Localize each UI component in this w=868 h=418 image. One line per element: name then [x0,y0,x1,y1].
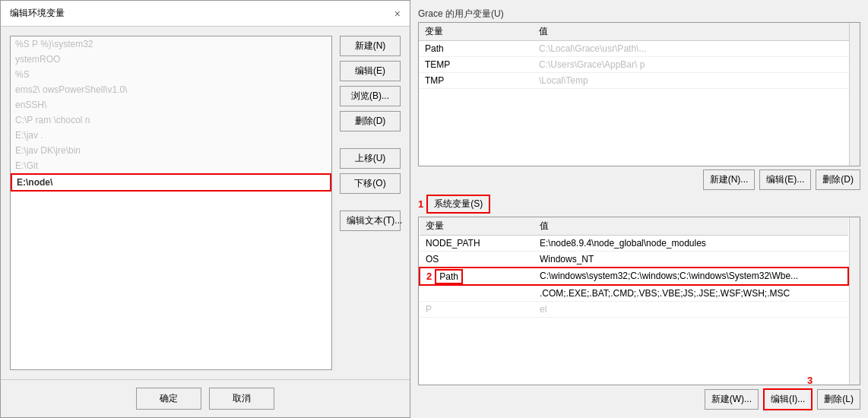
table-row[interactable]: TEMPC:\Users\Grace\AppBar\ p [419,57,849,73]
table-row[interactable]: P el [420,302,848,318]
var-name-cell: OS [420,252,534,268]
var-value-cell: C:\windows\system32;C:\windows;C:\window… [534,268,848,285]
edit-button[interactable]: 编辑(E) [340,61,401,81]
list-item[interactable]: E:\Git [11,158,331,173]
user-vars-buttons: 新建(N)... 编辑(E)... 删除(D) [418,169,860,190]
var-name-cell: TEMP [419,57,533,73]
sys-edit-button[interactable]: 编辑(I)... [763,388,813,410]
var-value-cell: el [534,302,848,318]
badge-2: 2 [426,271,432,282]
table-row[interactable]: .COM;.EXE;.BAT;.CMD;.VBS;.VBE;JS;.JSE;.W… [420,285,848,302]
list-item[interactable]: E:\node\4 [11,173,331,192]
user-val-col-header: 值 [533,23,849,41]
list-item[interactable]: enSSH\ [11,97,331,112]
sys-vars-table: 变量 值 NODE_PATHE:\node8.9.4\node_global\n… [419,217,849,318]
user-vars-section: Grace 的用户变量(U) 变量 值 PathC:\Local\Grace\u… [418,8,860,190]
var-name-cell [420,285,534,302]
var-value-cell: Windows_NT [534,252,848,268]
sys-vars-buttons: 新建(W)... 3 编辑(I)... 删除(L) [418,388,860,410]
list-item[interactable]: E:\jav . [11,128,331,143]
user-vars-table-container[interactable]: 变量 值 PathC:\Local\Grace\usr\Path\...TEMP… [418,22,860,166]
var-name-cell: P [420,302,534,318]
dialog-bottom-buttons: 确定 取消 [1,379,410,417]
table-row[interactable]: 2PathC:\windows\system32;C:\windows;C:\w… [420,268,848,285]
dialog-title: 编辑环境变量 [10,7,65,20]
user-var-col-header: 变量 [419,23,533,41]
move-up-button[interactable]: 上移(U) [340,148,401,169]
var-value-cell: \Local\Temp [533,73,849,89]
list-item[interactable]: C:\P ram \chocol n [11,112,331,128]
var-value-cell: C:\Local\Grace\usr\Path\... [533,41,849,57]
sys-new-button[interactable]: 新建(W)... [705,389,759,410]
list-item[interactable]: ystemROO [11,52,331,67]
badge-3: 3 [807,375,813,386]
list-item[interactable]: ems2\ owsPowerShell\v1.0\ [11,82,331,97]
user-vars-title: Grace 的用户变量(U) [418,8,860,21]
table-row[interactable]: NODE_PATHE:\node8.9.4\node_global\node_m… [420,236,848,252]
var-name-cell: NODE_PATH [420,236,534,252]
system-vars-title: 系统变量(S) [426,195,490,214]
close-icon[interactable]: × [394,8,401,20]
move-down-button[interactable]: 下移(O) [340,173,401,194]
sys-var-col-header: 变量 [420,217,534,236]
sys-vars-table-container[interactable]: 变量 值 NODE_PATHE:\node8.9.4\node_global\n… [418,217,860,385]
new-button[interactable]: 新建(N) [340,36,401,56]
sys-val-col-header: 值 [534,217,848,236]
edit-text-button[interactable]: 编辑文本(T)... [340,211,401,231]
var-name-cell: TMP [419,73,533,89]
edit-env-var-dialog: 编辑环境变量 × %S P %)\system32 ystemROO %S em… [0,0,410,418]
var-value-cell: E:\node8.9.4\node_global\node_modules [534,236,848,252]
environment-variables-panel: Grace 的用户变量(U) 变量 值 PathC:\Local\Grace\u… [410,0,868,418]
var-name-cell: 2Path [420,268,534,285]
system-vars-title-row: 1 系统变量(S) [418,195,860,214]
table-row[interactable]: PathC:\Local\Grace\usr\Path\... [419,41,849,57]
dialog-titlebar: 编辑环境变量 × [1,1,410,27]
list-item[interactable]: %S P %)\system32 [11,36,331,52]
cancel-button[interactable]: 取消 [209,388,274,410]
action-buttons: 新建(N) 编辑(E) 浏览(B)... 删除(D) 上移(U) 下移(O) 编… [340,36,401,370]
var-name-cell: Path [419,41,533,57]
user-vars-table: 变量 值 PathC:\Local\Grace\usr\Path\...TEMP… [419,23,849,89]
browse-button[interactable]: 浏览(B)... [340,86,401,106]
table-row[interactable]: TMP \Local\Temp [419,73,849,89]
system-vars-section: 1 系统变量(S) 变量 值 NODE_PATHE:\n [418,195,860,410]
var-value-cell: .COM;.EXE;.BAT;.CMD;.VBS;.VBE;JS;.JSE;.W… [534,285,848,302]
list-item[interactable]: %S [11,67,331,82]
path-entries-list[interactable]: %S P %)\system32 ystemROO %S ems2\ owsPo… [10,36,332,370]
badge-1: 1 [418,198,423,210]
delete-button[interactable]: 删除(D) [340,111,401,131]
var-value-cell: C:\Users\Grace\AppBar\ p [533,57,849,73]
table-row[interactable]: OSWindows_NT [420,252,848,268]
sys-delete-button[interactable]: 删除(L) [817,389,860,410]
user-edit-button[interactable]: 编辑(E)... [759,169,811,190]
user-delete-button[interactable]: 删除(D) [816,169,860,190]
user-new-button[interactable]: 新建(N)... [703,169,756,190]
list-item[interactable]: E:\jav DK\jre\bin [11,143,331,158]
ok-button[interactable]: 确定 [136,388,201,410]
